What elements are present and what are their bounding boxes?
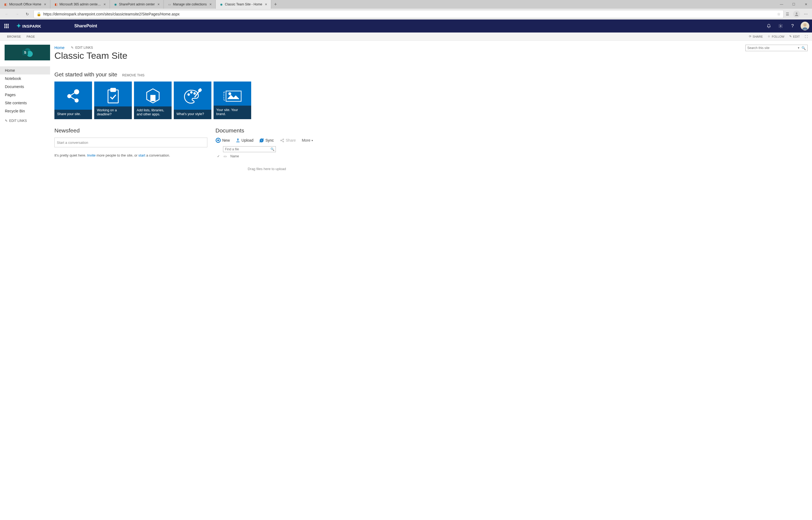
svg-rect-3 xyxy=(7,24,9,25)
nav-recycle-bin[interactable]: Recycle Bin xyxy=(0,107,50,115)
share-button[interactable]: ⟳SHARE xyxy=(749,35,763,38)
settings-icon[interactable] xyxy=(775,20,786,32)
browser-tab-active[interactable]: ◉ Classic Team Site - Home × xyxy=(216,0,271,9)
breadcrumb-home[interactable]: Home xyxy=(54,46,64,50)
newsfeed-placeholder: Start a conversation xyxy=(57,140,88,145)
lock-icon: 🔒 xyxy=(36,12,41,16)
file-icon: ▭ xyxy=(224,154,227,158)
close-window-button[interactable]: ✕ xyxy=(800,0,812,9)
nav-home[interactable]: Home xyxy=(0,67,50,75)
svg-point-10 xyxy=(780,25,781,27)
office-icon: ◧ xyxy=(54,2,58,6)
share-doc-button[interactable]: Share xyxy=(280,138,296,143)
tile-brand[interactable]: Your site. Your brand. xyxy=(214,81,251,119)
close-icon[interactable]: × xyxy=(208,2,213,6)
select-all-check[interactable]: ✓ xyxy=(217,154,220,158)
svg-point-0 xyxy=(796,12,797,14)
column-name[interactable]: Name xyxy=(230,154,239,158)
get-started-heading: Get started with your site xyxy=(54,71,117,78)
palette-icon xyxy=(174,85,212,107)
tile-deadline[interactable]: Working on a deadline? xyxy=(94,81,132,119)
nav-notebook[interactable]: Notebook xyxy=(0,75,50,83)
nav-site-contents[interactable]: Site contents xyxy=(0,99,50,107)
pencil-icon: ✎ xyxy=(789,35,792,38)
share-icon xyxy=(280,138,284,143)
tenant-logo[interactable]: ✦ INSPARK xyxy=(13,23,45,29)
ribbon-tab-browse[interactable]: BROWSE xyxy=(4,35,24,38)
tenant-name: INSPARK xyxy=(23,24,41,28)
more-button[interactable]: More ▾ xyxy=(302,138,313,142)
sharepoint-icon: ◉ xyxy=(114,2,117,6)
documents-toolbar: New Upload Sync Share Mor xyxy=(216,137,318,143)
search-icon[interactable]: 🔍 xyxy=(271,147,275,151)
find-file-box[interactable]: 🔍 xyxy=(223,146,276,152)
search-go-icon[interactable]: 🔍 xyxy=(801,46,806,50)
remove-this-link[interactable]: REMOVE THIS xyxy=(122,73,144,77)
sync-button[interactable]: Sync xyxy=(259,138,274,143)
nav-documents[interactable]: Documents xyxy=(0,83,50,91)
svg-rect-22 xyxy=(198,88,201,92)
start-link[interactable]: start xyxy=(138,153,145,157)
address-bar[interactable]: 🔒 ☆ xyxy=(33,10,784,18)
focus-icon[interactable]: ⛶ xyxy=(805,35,808,38)
svg-rect-5 xyxy=(6,25,7,27)
browser-tab[interactable]: ◉ SharePoint admin center × xyxy=(110,0,164,9)
edit-links-top[interactable]: ✎EDIT LINKS xyxy=(71,46,93,50)
svg-point-28 xyxy=(283,141,284,142)
tile-share-site[interactable]: Share your site. xyxy=(54,81,92,119)
site-logo[interactable]: S xyxy=(5,45,50,60)
newsfeed-empty-message: It's pretty quiet here. Invite more peop… xyxy=(54,153,207,157)
tab-title: Microsoft 365 admin center - Me xyxy=(60,2,101,6)
search-input[interactable] xyxy=(747,46,796,50)
user-avatar[interactable] xyxy=(801,22,809,30)
suite-bar: ✦ INSPARK SharePoint ? xyxy=(0,20,812,32)
url-input[interactable] xyxy=(43,12,775,16)
left-column: S Home Notebook Documents Pages Site con… xyxy=(0,41,50,171)
svg-point-12 xyxy=(803,23,807,27)
svg-point-27 xyxy=(283,139,284,139)
more-icon[interactable]: ⋯ xyxy=(804,12,808,16)
tile-label: Working on a deadline? xyxy=(94,106,132,119)
reading-list-icon[interactable]: ☰ xyxy=(786,12,789,16)
app-launcher-icon[interactable] xyxy=(0,20,13,32)
invite-link[interactable]: Invite xyxy=(87,153,95,157)
tile-style[interactable]: What's your style? xyxy=(174,81,212,119)
edit-links-side[interactable]: ✎ EDIT LINKS xyxy=(0,115,50,127)
search-scope-dropdown[interactable]: ▼ xyxy=(796,47,801,49)
tile-add-apps[interactable]: Add lists, libraries, and other apps. xyxy=(134,81,172,119)
maximize-button[interactable]: ☐ xyxy=(788,0,800,9)
ribbon-tab-page[interactable]: PAGE xyxy=(24,35,38,38)
close-icon[interactable]: × xyxy=(43,2,47,6)
browser-tab[interactable]: ▭ Manage site collections × xyxy=(164,0,216,9)
browser-profile-icon[interactable] xyxy=(793,10,800,18)
address-bar-row: ← → ↻ 🔒 ☆ ☰ ⋯ xyxy=(0,9,812,20)
upload-icon xyxy=(236,138,240,142)
tile-label: What's your style? xyxy=(174,110,212,119)
nav-pages[interactable]: Pages xyxy=(0,91,50,99)
forward-button[interactable]: → xyxy=(13,10,21,18)
edit-button[interactable]: ✎EDIT xyxy=(789,35,800,38)
close-icon[interactable]: × xyxy=(102,2,107,6)
follow-button[interactable]: ☆FOLLOW xyxy=(767,35,784,38)
newsfeed-input[interactable]: Start a conversation xyxy=(54,137,207,147)
site-search[interactable]: ▼ 🔍 xyxy=(746,45,808,51)
close-icon[interactable]: × xyxy=(157,2,161,6)
browser-tab[interactable]: ◧ Microsoft 365 admin center - Me × xyxy=(50,0,110,9)
close-icon[interactable]: × xyxy=(264,2,268,6)
tab-strip: ◧ Microsoft Office Home × ◧ Microsoft 36… xyxy=(0,0,812,9)
minimize-button[interactable]: — xyxy=(776,0,788,9)
image-icon xyxy=(214,85,251,107)
new-tab-button[interactable]: + xyxy=(271,0,280,9)
page-title: Classic Team Site xyxy=(54,50,807,61)
find-file-input[interactable] xyxy=(225,147,271,151)
help-icon[interactable]: ? xyxy=(787,20,798,32)
refresh-button[interactable]: ↻ xyxy=(23,10,31,18)
new-button[interactable]: New xyxy=(216,137,230,143)
sync-icon xyxy=(259,138,264,143)
notifications-icon[interactable] xyxy=(763,20,774,32)
tile-label: Add lists, libraries, and other apps. xyxy=(134,106,172,119)
browser-tab[interactable]: ◧ Microsoft Office Home × xyxy=(0,0,50,9)
upload-button[interactable]: Upload xyxy=(236,138,253,142)
back-button[interactable]: ← xyxy=(3,10,11,18)
star-icon[interactable]: ☆ xyxy=(777,12,781,16)
